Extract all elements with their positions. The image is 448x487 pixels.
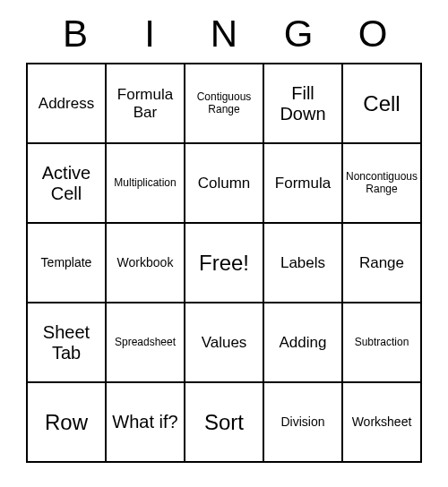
- cell-text: Active Cell: [31, 163, 101, 204]
- cell-text: Fill Down: [268, 83, 338, 124]
- bingo-cell: Formula Bar: [106, 64, 185, 143]
- bingo-cell: Workbook: [106, 223, 185, 303]
- bingo-cell: Active Cell: [27, 143, 106, 223]
- header-letter-b: B: [57, 13, 93, 56]
- bingo-cell: Row: [27, 382, 106, 462]
- cell-text: What if?: [112, 412, 177, 432]
- cell-text: Labels: [280, 254, 325, 272]
- cell-text: Cell: [363, 91, 400, 116]
- bingo-cell: Sheet Tab: [27, 303, 106, 382]
- bingo-cell: Fill Down: [263, 64, 342, 143]
- cell-text: Multiplication: [114, 177, 176, 190]
- header-letter-n: N: [206, 13, 242, 56]
- bingo-cell: Adding: [263, 303, 342, 382]
- header-letter-o: O: [355, 13, 391, 56]
- cell-text: Sort: [204, 410, 244, 435]
- bingo-grid: Address Formula Bar Contiguous Range Fil…: [26, 63, 422, 463]
- cell-text: Address: [39, 95, 94, 113]
- cell-text: Spreadsheet: [115, 337, 176, 349]
- cell-text: Worksheet: [352, 414, 412, 429]
- header-letter-g: G: [280, 13, 316, 56]
- bingo-cell: Worksheet: [342, 382, 421, 462]
- cell-text: Division: [280, 414, 324, 429]
- cell-text: Range: [359, 254, 404, 272]
- bingo-cell: Column: [185, 143, 263, 223]
- cell-text: Values: [202, 334, 247, 352]
- bingo-cell: Template: [27, 223, 106, 303]
- cell-text: Column: [198, 175, 251, 192]
- bingo-cell: Range: [342, 223, 421, 303]
- cell-text: Contiguous Range: [189, 91, 259, 116]
- header-letter-i: I: [132, 13, 168, 56]
- cell-text: Sheet Tab: [31, 322, 101, 363]
- bingo-cell: Contiguous Range: [185, 64, 263, 143]
- bingo-cell: Multiplication: [106, 143, 185, 223]
- bingo-cell: Labels: [263, 223, 342, 303]
- cell-text: Formula Bar: [110, 86, 180, 121]
- cell-text: Noncontiguous Range: [346, 171, 418, 196]
- bingo-cell: Cell: [342, 64, 421, 143]
- cell-text: Free!: [199, 251, 249, 276]
- bingo-cell: Values: [185, 303, 263, 382]
- cell-text: Adding: [280, 334, 327, 352]
- bingo-cell-free: Free!: [185, 223, 263, 303]
- bingo-cell: Noncontiguous Range: [342, 143, 421, 223]
- cell-text: Subtraction: [355, 337, 409, 349]
- bingo-cell: Division: [263, 382, 342, 462]
- bingo-cell: Address: [27, 64, 106, 143]
- bingo-cell: Subtraction: [342, 303, 421, 382]
- cell-text: Row: [45, 410, 88, 435]
- bingo-header: B I N G O: [27, 13, 421, 63]
- bingo-cell: Formula: [263, 143, 342, 223]
- bingo-cell: Sort: [185, 382, 263, 462]
- cell-text: Workbook: [117, 255, 174, 269]
- cell-text: Formula: [275, 175, 331, 192]
- bingo-cell: What if?: [106, 382, 185, 462]
- bingo-cell: Spreadsheet: [106, 303, 185, 382]
- cell-text: Template: [41, 255, 92, 269]
